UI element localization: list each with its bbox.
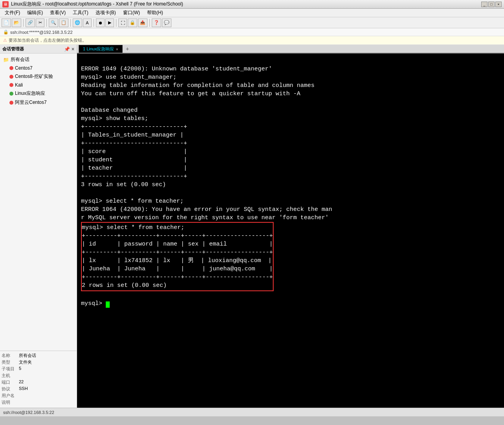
session-dot-centos8 xyxy=(9,75,13,79)
menu-view[interactable]: 查看(V) xyxy=(47,9,69,17)
title-bar-text: Linux应急响应 - root@localhost:/opt/tomcat/l… xyxy=(11,1,479,7)
sidebar-item-aliyun-label: 阿里云Centos7 xyxy=(15,99,47,106)
info-row-desc: 说明 xyxy=(2,399,75,405)
toolbar-sep2 xyxy=(46,19,47,27)
info-label-protocol: 协议 xyxy=(2,386,17,392)
toolbar-sep5 xyxy=(116,19,116,27)
sidebar-header-icons: 📌 × xyxy=(64,46,74,52)
info-row-count: 子项目 5 xyxy=(2,366,75,372)
toolbar-help[interactable]: ❓ xyxy=(152,18,161,27)
toolbar-sep6 xyxy=(149,19,150,27)
info-value-host xyxy=(19,373,75,379)
info-row-type: 类型 文件夹 xyxy=(2,359,75,365)
toolbar-new[interactable]: 📄 xyxy=(2,18,11,27)
info-label-port: 端口 xyxy=(2,379,17,385)
toolbar-disconnect[interactable]: ✂ xyxy=(36,18,44,27)
sidebar-item-centos8[interactable]: Centos8-挖矿实验 xyxy=(0,72,77,81)
folder-icon: 📁 xyxy=(3,57,9,63)
info-label-host: 主机 xyxy=(2,373,17,379)
toolbar-sep3 xyxy=(70,19,71,27)
toolbar-sep1 xyxy=(23,19,24,27)
session-dot-linux-emergency xyxy=(9,92,13,96)
ssh-icon: 🔒 xyxy=(3,30,9,35)
toolbar-connect[interactable]: 🔗 xyxy=(26,18,35,27)
info-value-count: 5 xyxy=(19,366,75,372)
main-layout: 会话管理器 📌 × 📁 所有会话 Centos7 Centos8-挖矿实验 Ka… xyxy=(0,45,504,408)
info-label-desc: 说明 xyxy=(2,399,17,405)
toolbar-copy[interactable]: 📋 xyxy=(59,18,68,27)
sidebar-root-label: 所有会话 xyxy=(11,56,29,63)
toolbar: 📄 📂 🔗 ✂ 🔍 📋 🌐 A ⏺ ▶ ⛶ 🔒 📤 ❓ 💬 xyxy=(0,17,504,28)
toolbar-open[interactable]: 📂 xyxy=(12,18,21,27)
sidebar-item-centos7[interactable]: Centos7 xyxy=(0,64,77,72)
tabs-bar: 1 Linux应急响应 × + xyxy=(77,45,504,54)
tab-linux-emergency[interactable]: 1 Linux应急响应 × xyxy=(79,45,123,53)
info-label-username: 用户名 xyxy=(2,393,17,399)
toolbar-chat[interactable]: 💬 xyxy=(162,18,171,27)
menu-help[interactable]: 帮助(H) xyxy=(144,9,166,17)
sidebar-title: 会话管理器 xyxy=(2,46,24,52)
toolbar-font[interactable]: A xyxy=(83,18,92,27)
menu-tabs[interactable]: 选项卡(B) xyxy=(92,9,119,17)
info-row-name: 名称 所有会话 xyxy=(2,353,75,358)
sidebar-item-centos7-label: Centos7 xyxy=(15,65,33,71)
toolbar-transfer[interactable]: 📤 xyxy=(138,18,147,27)
app-icon: 🖥 xyxy=(2,1,9,7)
ssh-bar: 🔒 ssh://root:******@192.168.3.5:22 xyxy=(0,28,504,36)
info-label-type: 类型 xyxy=(2,359,17,365)
info-row-username: 用户名 xyxy=(2,393,75,399)
sidebar-pin-icon[interactable]: 📌 xyxy=(64,46,70,52)
info-row-host: 主机 xyxy=(2,373,75,379)
sidebar-item-aliyun[interactable]: 阿里云Centos7 xyxy=(0,98,77,107)
sidebar-item-kali[interactable]: Kali xyxy=(0,81,77,89)
session-dot-centos7 xyxy=(9,66,13,70)
menu-bar: 文件(F) 编辑(E) 查看(V) 工具(T) 选项卡(B) 窗口(W) 帮助(… xyxy=(0,9,504,17)
sidebar-item-linux-emergency-label: Linux应急响应 xyxy=(15,90,45,97)
toolbar-search[interactable]: 🔍 xyxy=(49,18,58,27)
info-value-name: 所有会话 xyxy=(19,353,75,358)
title-bar: 🖥 Linux应急响应 - root@localhost:/opt/tomcat… xyxy=(0,0,504,9)
sidebar-item-centos8-label: Centos8-挖矿实验 xyxy=(15,73,53,80)
toolbar-record[interactable]: ⏺ xyxy=(96,18,105,27)
sidebar-item-kali-label: Kali xyxy=(15,82,23,88)
sidebar-tree-root[interactable]: 📁 所有会话 xyxy=(0,55,77,64)
terminal[interactable]: ERROR 1049 (42000): Unknown database 'st… xyxy=(77,54,504,408)
menu-window[interactable]: 窗口(W) xyxy=(120,9,143,17)
menu-tools[interactable]: 工具(T) xyxy=(70,9,91,17)
info-value-port: 22 xyxy=(19,379,75,385)
status-text: ssh://root@192.168.3.5:22 xyxy=(3,410,54,415)
notice-bar: ⚠ 要添加当前会话，点击左侧的箭头按钮。 xyxy=(0,36,504,45)
sidebar-header: 会话管理器 📌 × xyxy=(0,45,77,54)
info-value-type: 文件夹 xyxy=(19,359,75,365)
tab-add-button[interactable]: + xyxy=(123,45,132,53)
toolbar-script[interactable]: ▶ xyxy=(105,18,114,27)
sidebar-tree: 📁 所有会话 Centos7 Centos8-挖矿实验 Kali Linux应急… xyxy=(0,54,77,351)
menu-file[interactable]: 文件(F) xyxy=(2,9,23,17)
session-dot-kali xyxy=(9,83,13,87)
info-value-username xyxy=(19,393,75,399)
toolbar-fullscreen[interactable]: ⛶ xyxy=(118,18,127,27)
info-panel: 名称 所有会话 类型 文件夹 子项目 5 主机 端口 22 协议 SSH xyxy=(0,351,77,408)
sidebar: 会话管理器 📌 × 📁 所有会话 Centos7 Centos8-挖矿实验 Ka… xyxy=(0,45,77,408)
tab-close-icon[interactable]: × xyxy=(116,47,118,52)
status-bar: ssh://root@192.168.3.5:22 xyxy=(0,408,504,416)
minimize-button[interactable]: _ xyxy=(481,2,487,7)
toolbar-lock[interactable]: 🔒 xyxy=(128,18,137,27)
info-row-port: 端口 22 xyxy=(2,379,75,385)
maximize-button[interactable]: □ xyxy=(488,2,495,7)
tab-label: 1 Linux应急响应 xyxy=(83,46,114,52)
cursor xyxy=(106,301,110,308)
info-label-name: 名称 xyxy=(2,353,17,358)
menu-edit[interactable]: 编辑(E) xyxy=(24,9,46,17)
ssh-address: ssh://root:******@192.168.3.5:22 xyxy=(10,30,73,35)
toolbar-color[interactable]: 🌐 xyxy=(73,18,82,27)
sidebar-close-icon[interactable]: × xyxy=(72,46,74,52)
sidebar-item-linux-emergency[interactable]: Linux应急响应 xyxy=(0,89,77,98)
highlight-block: mysql> select * from teacher; +---------… xyxy=(81,222,274,291)
close-button[interactable]: × xyxy=(495,2,502,7)
toolbar-sep4 xyxy=(94,19,94,27)
notice-icon: ⚠ xyxy=(3,38,7,43)
terminal-prompt: mysql> xyxy=(81,300,110,307)
notice-text: 要添加当前会话，点击左侧的箭头按钮。 xyxy=(9,37,86,43)
info-label-count: 子项目 xyxy=(2,366,17,372)
